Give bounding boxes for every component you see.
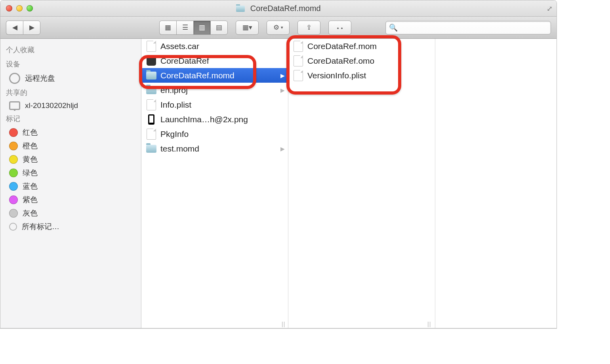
view-mode-selector: ▦ ☰ ▥ ▤ xyxy=(159,21,228,35)
close-window-button[interactable] xyxy=(6,5,12,11)
column-right: CoreDataRef.mom CoreDataRef.omo VersionI… xyxy=(288,39,435,328)
search-icon: 🔍 xyxy=(389,23,398,32)
sidebar-item-remote-disc[interactable]: 远程光盘 xyxy=(0,71,141,85)
folder-icon xyxy=(146,72,156,80)
document-icon xyxy=(147,99,156,110)
folder-icon xyxy=(146,86,156,94)
sidebar-item-label: 远程光盘 xyxy=(25,73,55,83)
file-row[interactable]: Info.plist xyxy=(141,97,288,112)
column-middle: Assets.car CoreDataRef CoreDataRef.momd … xyxy=(141,39,288,328)
file-row[interactable]: CoreDataRef.momd ▶ xyxy=(141,68,288,83)
sidebar-tag-orange[interactable]: 橙色 xyxy=(0,139,141,153)
document-icon xyxy=(294,41,303,52)
action-button[interactable]: ⚙▾ xyxy=(267,21,290,35)
sidebar-item-label: 绿色 xyxy=(23,168,38,178)
file-name: Assets.car xyxy=(160,42,199,51)
file-row[interactable]: Assets.car xyxy=(141,39,288,53)
window-body: 个人收藏 设备 远程光盘 共享的 xl-20130202hljd 标记 红色 橙… xyxy=(0,39,557,328)
sidebar-item-shared-machine[interactable]: xl-20130202hljd xyxy=(0,100,141,112)
sidebar-section-favorites: 个人收藏 xyxy=(0,43,141,57)
tag-all-icon xyxy=(9,223,17,231)
share-button[interactable]: ⇪ xyxy=(297,21,320,35)
tag-dot-icon xyxy=(9,182,18,191)
folder-icon xyxy=(236,6,245,12)
file-name: CoreDataRef.mom xyxy=(307,42,377,51)
sidebar-tag-blue[interactable]: 蓝色 xyxy=(0,180,141,193)
icon-view-button[interactable]: ▦ xyxy=(159,21,176,35)
file-name: CoreDataRef xyxy=(160,56,209,66)
tags-button[interactable]: ⬩⬩ xyxy=(328,21,351,35)
file-row[interactable]: LaunchIma…h@2x.png xyxy=(141,112,288,127)
sidebar-item-label: 红色 xyxy=(23,127,38,138)
chevron-right-icon: ▶ xyxy=(280,72,285,79)
window-title-text: CoreDataRef.momd xyxy=(250,4,321,13)
sidebar-tag-yellow[interactable]: 黄色 xyxy=(0,153,141,166)
finder-window: CoreDataRef.momd ⤢ ◀ ▶ ▦ ☰ ▥ ▤ ▦▾ ⚙▾ ⇪ ⬩… xyxy=(0,0,557,328)
column-view-button[interactable]: ▥ xyxy=(193,21,210,35)
tag-dot-icon xyxy=(9,128,18,137)
monitor-icon xyxy=(9,101,20,110)
file-row[interactable]: CoreDataRef.mom xyxy=(288,39,435,53)
file-name: LaunchIma…h@2x.png xyxy=(160,115,248,124)
coverflow-view-button[interactable]: ▤ xyxy=(210,21,228,35)
file-name: CoreDataRef.omo xyxy=(307,56,374,66)
document-icon xyxy=(294,55,303,66)
column-browser: Assets.car CoreDataRef CoreDataRef.momd … xyxy=(141,39,557,328)
sidebar-item-label: 蓝色 xyxy=(23,181,38,191)
sidebar-tag-purple[interactable]: 紫色 xyxy=(0,193,141,207)
tag-dot-icon xyxy=(9,195,18,204)
sidebar-item-label: 灰色 xyxy=(23,208,38,218)
arrange-button[interactable]: ▦▾ xyxy=(236,21,259,35)
fullscreen-icon[interactable]: ⤢ xyxy=(547,4,553,13)
zoom-window-button[interactable] xyxy=(27,5,33,11)
chevron-right-icon: ▶ xyxy=(280,87,285,93)
sidebar-item-label: 紫色 xyxy=(23,195,38,205)
sidebar-tag-gray[interactable]: 灰色 xyxy=(0,207,141,220)
sidebar-item-label: 黄色 xyxy=(23,154,38,165)
file-row[interactable]: en.lproj ▶ xyxy=(141,83,288,97)
list-view-button[interactable]: ☰ xyxy=(176,21,193,35)
back-button[interactable]: ◀ xyxy=(6,21,23,35)
column-preview xyxy=(435,39,557,328)
file-name: en.lproj xyxy=(160,85,188,95)
file-name: PkgInfo xyxy=(160,129,189,139)
app-icon xyxy=(147,56,156,66)
file-row[interactable]: test.momd ▶ xyxy=(141,141,288,156)
sidebar-tag-green[interactable]: 绿色 xyxy=(0,166,141,180)
document-icon xyxy=(147,129,156,140)
file-name: CoreDataRef.momd xyxy=(160,71,234,80)
forward-button[interactable]: ▶ xyxy=(23,21,40,35)
sidebar-section-shared: 共享的 xyxy=(0,85,141,100)
folder-icon xyxy=(146,145,156,153)
toolbar: ◀ ▶ ▦ ☰ ▥ ▤ ▦▾ ⚙▾ ⇪ ⬩⬩ 🔍 xyxy=(0,17,557,39)
file-name: Info.plist xyxy=(160,100,191,110)
file-row[interactable]: VersionInfo.plist xyxy=(288,68,435,83)
document-icon xyxy=(147,41,156,52)
file-name: VersionInfo.plist xyxy=(307,71,366,80)
sidebar-item-label: xl-20130202hljd xyxy=(25,101,78,110)
minimize-window-button[interactable] xyxy=(16,5,23,11)
sidebar-item-label: 所有标记… xyxy=(22,222,59,232)
titlebar: CoreDataRef.momd ⤢ xyxy=(0,0,557,17)
file-row[interactable]: CoreDataRef.omo xyxy=(288,53,435,68)
search-input[interactable] xyxy=(400,24,547,32)
sidebar-section-tags: 标记 xyxy=(0,112,141,126)
document-icon xyxy=(294,70,303,81)
file-name: test.momd xyxy=(160,144,199,154)
file-row[interactable]: PkgInfo xyxy=(141,127,288,141)
search-field[interactable]: 🔍 xyxy=(385,21,551,34)
tag-dot-icon xyxy=(9,155,18,164)
traffic-lights xyxy=(6,5,33,11)
disc-icon xyxy=(9,73,20,84)
image-icon xyxy=(148,114,154,125)
sidebar-item-label: 橙色 xyxy=(23,141,38,151)
file-row[interactable]: CoreDataRef xyxy=(141,53,288,68)
sidebar: 个人收藏 设备 远程光盘 共享的 xl-20130202hljd 标记 红色 橙… xyxy=(0,39,141,328)
sidebar-tag-all[interactable]: 所有标记… xyxy=(0,220,141,233)
tag-dot-icon xyxy=(9,142,18,150)
window-title: CoreDataRef.momd xyxy=(0,4,557,13)
chevron-right-icon: ▶ xyxy=(280,146,285,152)
nav-buttons: ◀ ▶ xyxy=(6,21,40,35)
sidebar-section-devices: 设备 xyxy=(0,57,141,71)
sidebar-tag-red[interactable]: 红色 xyxy=(0,126,141,139)
